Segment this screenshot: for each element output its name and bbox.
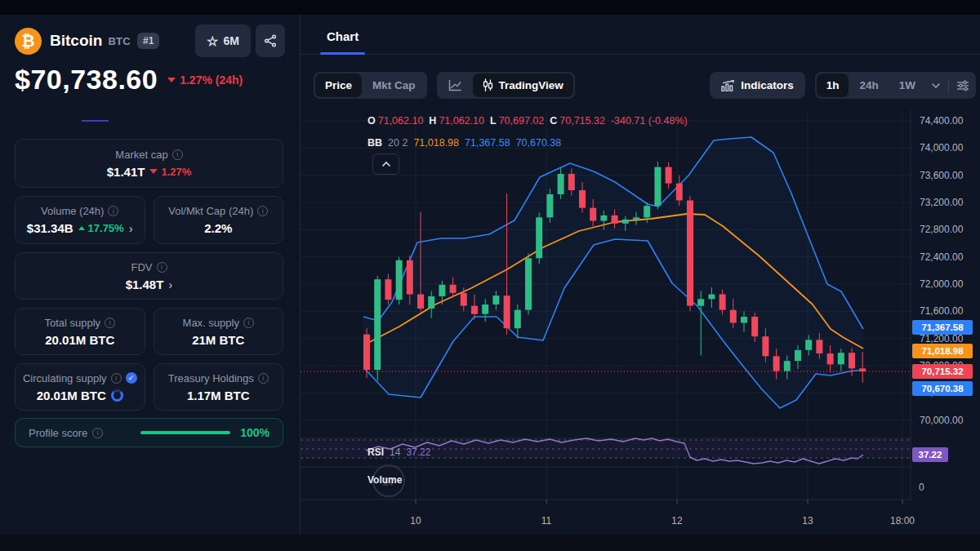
info-icon[interactable]: i: [111, 373, 122, 384]
info-icon[interactable]: i: [108, 206, 118, 216]
market-cap-card: Market capi $1.41T 1.27%: [15, 139, 283, 188]
svg-text:13: 13: [802, 515, 813, 527]
candlestick-chart[interactable]: 74,400.0074,000.0073,600.0073,200.0072,8…: [301, 110, 980, 535]
info-icon[interactable]: i: [172, 149, 183, 160]
svg-text:18:00: 18:00: [890, 515, 915, 527]
svg-text:74,000.00: 74,000.00: [920, 142, 964, 153]
svg-text:72,000.00: 72,000.00: [920, 278, 964, 290]
indicators-icon: [721, 80, 735, 91]
info-icon[interactable]: i: [157, 262, 167, 273]
share-button[interactable]: [256, 24, 285, 57]
ohlc-legend: O71,062.10 H71,062.10 L70,697.02 C70,715…: [368, 115, 688, 127]
timeframe-control: 1h 24h 1W: [815, 72, 976, 99]
info-icon[interactable]: i: [243, 318, 254, 328]
tab-bar: Chart: [301, 15, 980, 55]
bitcoin-logo-icon: ₿: [15, 28, 42, 55]
bb-legend: BB 20 2 71,018.98 71,367.58 70,670.38: [368, 137, 561, 149]
info-icon[interactable]: i: [258, 373, 269, 384]
volume-24h-card: Volume (24h)i $31.34B 17.75% ›: [15, 196, 145, 244]
watchlist-button[interactable]: ☆ 6M: [195, 24, 251, 57]
chart-toolbar: Price Mkt Cap TradingView: [301, 72, 980, 99]
chevron-right-icon[interactable]: ›: [129, 221, 133, 235]
tab-chart[interactable]: Chart: [327, 29, 359, 54]
svg-text:72,800.00: 72,800.00: [920, 224, 964, 235]
coin-price: $70,738.60: [15, 64, 158, 96]
chevron-down-icon: [931, 82, 941, 89]
svg-text:12: 12: [671, 515, 683, 527]
indicators-button[interactable]: Indicators: [710, 72, 805, 99]
star-icon: ☆: [207, 33, 218, 49]
watchlist-count: 6M: [223, 34, 238, 47]
fdv-card: FDVi $1.48T›: [15, 252, 283, 300]
chart-type-toggle: TradingView: [437, 72, 575, 99]
svg-text:70,670.38: 70,670.38: [921, 384, 964, 393]
info-icon[interactable]: i: [92, 428, 103, 438]
svg-text:0: 0: [919, 482, 924, 493]
supply-progress-ring: [111, 389, 123, 402]
triangle-down-icon: [167, 78, 176, 82]
toolbar-divider: [948, 79, 949, 92]
circulating-supply-card: Circulating supplyi✓ 20.01M BTC: [15, 363, 145, 411]
tradingview-chart-canvas[interactable]: 74,400.0074,000.0073,600.0073,200.0072,8…: [301, 110, 980, 535]
chevron-up-icon: [381, 161, 391, 167]
triangle-up-icon: [78, 226, 85, 230]
svg-text:37.22: 37.22: [919, 450, 942, 460]
mktcap-toggle-button[interactable]: Mkt Cap: [363, 73, 425, 97]
svg-text:74,400.00: 74,400.00: [920, 115, 964, 127]
profile-score-bar: [140, 431, 230, 434]
svg-text:71,018.98: 71,018.98: [921, 346, 964, 356]
top-strip: [0, 0, 980, 15]
tradingview-toggle-button[interactable]: TradingView: [473, 73, 573, 97]
svg-text:73,600.00: 73,600.00: [920, 170, 964, 181]
svg-text:71,367.58: 71,367.58: [921, 322, 964, 332]
chart-section: Chart Price Mkt Cap TradingView: [301, 15, 980, 535]
accent-line: [82, 120, 109, 122]
price-change: 1.27% (24h): [167, 73, 243, 87]
line-chart-icon: [448, 79, 462, 91]
price-toggle-button[interactable]: Price: [315, 73, 362, 97]
price-mktcap-toggle: Price Mkt Cap: [314, 72, 427, 99]
svg-text:72,400.00: 72,400.00: [920, 251, 964, 263]
sliders-icon: [956, 80, 969, 91]
coin-symbol: BTC: [108, 35, 131, 47]
price-row: $70,738.60 1.27% (24h): [15, 64, 285, 96]
svg-text:10: 10: [410, 515, 421, 527]
candlestick-icon: [483, 78, 493, 92]
rsi-legend: RSI 14 37.22: [368, 447, 430, 458]
treasury-holdings-card: Treasury Holdingsi 1.17M BTC: [154, 363, 284, 411]
coin-name: Bitcoin: [50, 32, 102, 50]
profile-score-card: Profile scorei 100%: [15, 418, 283, 447]
collapse-legend-button[interactable]: [372, 153, 399, 175]
chart-settings-button[interactable]: [951, 80, 974, 91]
vol-mktcap-card: Vol/Mkt Cap (24h)i 2.2%: [154, 196, 284, 244]
chevron-right-icon[interactable]: ›: [168, 278, 172, 291]
svg-text:70,715.32: 70,715.32: [921, 367, 963, 376]
line-chart-toggle-button[interactable]: [439, 73, 472, 97]
timeframe-1w[interactable]: 1W: [889, 73, 925, 97]
triangle-down-icon: [149, 169, 158, 174]
total-supply-card: Total supplyi 20.01M BTC: [15, 308, 145, 355]
svg-text:70,000.00: 70,000.00: [920, 415, 964, 426]
coin-sidebar: ₿ Bitcoin BTC #1 ☆ 6M $70,738.60: [0, 15, 301, 535]
verified-check-icon: ✓: [126, 372, 137, 384]
info-icon[interactable]: i: [257, 206, 268, 216]
timeframe-dropdown-button[interactable]: [926, 82, 946, 89]
profile-score-value: 100%: [240, 426, 270, 439]
rank-badge: #1: [137, 33, 159, 49]
svg-text:71,600.00: 71,600.00: [920, 305, 964, 317]
share-icon: [264, 34, 277, 47]
svg-text:73,200.00: 73,200.00: [920, 197, 964, 208]
max-supply-card: Max. supplyi 21M BTC: [154, 308, 284, 355]
svg-text:11: 11: [541, 515, 552, 527]
coin-header: ₿ Bitcoin BTC #1 ☆ 6M: [15, 24, 285, 57]
info-icon[interactable]: i: [105, 318, 115, 328]
bottom-strip: [0, 535, 980, 551]
volume-legend: Volume: [368, 474, 402, 486]
timeframe-24h[interactable]: 24h: [849, 73, 888, 97]
timeframe-1h[interactable]: 1h: [817, 73, 849, 97]
